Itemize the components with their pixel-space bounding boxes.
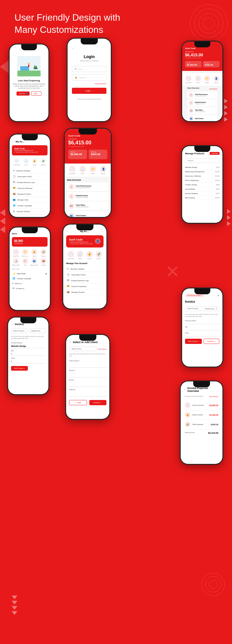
menu-products[interactable]: 📦 Manage Products <box>12 191 48 197</box>
act-invoice-8[interactable]: 🧾 Invoice <box>77 251 83 259</box>
select-website-9[interactable]: Website De... <box>29 329 46 333</box>
login-button-p1[interactable]: Login → <box>31 92 42 96</box>
menu-remove-data[interactable]: 🗑 Remove All Data <box>12 209 48 214</box>
price-field-11[interactable] <box>185 334 220 336</box>
client-header-10: ← Select or Add Client <box>69 341 106 344</box>
sub-arr-8: › <box>102 274 103 276</box>
password-field[interactable]: 🔒 Password <box>72 74 106 80</box>
action-account-3[interactable]: 👤 Account <box>213 76 219 83</box>
menu-clients[interactable]: 👥 Manage Client <box>12 197 48 203</box>
price-label-11: Price <box>185 332 220 334</box>
client-name-input[interactable] <box>69 364 106 368</box>
account-back[interactable]: ← <box>66 230 68 233</box>
add-product-btn-11[interactable]: Add Product + <box>185 339 202 344</box>
qty-field-11[interactable] <box>185 328 220 330</box>
email-field[interactable]: ✉ Email <box>72 66 106 72</box>
income-icon-7: 💰 <box>31 249 37 255</box>
add-product-btn-9[interactable]: Add Product + <box>11 366 28 371</box>
price-field-9[interactable]: 1 <box>11 360 46 363</box>
action-create-offer-3[interactable]: 📄 Create Offer <box>185 76 192 83</box>
invoice-title-11: Invoice <box>185 300 220 303</box>
account-dots[interactable]: ⋯ <box>101 230 104 233</box>
night-toggle[interactable]: ▶ <box>46 273 47 275</box>
action-income-4[interactable]: 💰 Income <box>32 158 37 166</box>
grid-item-balance-7[interactable]: 📊 Balance Sheet <box>12 258 20 266</box>
email-input-10[interactable] <box>69 383 106 387</box>
svg-rect-1 <box>17 71 41 76</box>
continue-button-10[interactable]: Continue → <box>89 400 107 405</box>
address-input[interactable] <box>69 393 106 397</box>
login-submit-button[interactable]: Login → <box>72 88 106 94</box>
action-expense-4[interactable]: 💸 Expense <box>41 158 46 166</box>
products-lbl-7: Products <box>41 264 46 266</box>
menu-night-mode[interactable]: 🌙 Night Mode ▶ <box>12 271 48 276</box>
arrow-4 <box>224 117 228 122</box>
qty-field-9[interactable]: 1 <box>11 352 46 356</box>
continue-btn-11[interactable]: Continue → <box>204 339 219 344</box>
account-menu-products[interactable]: 📦 Manage Products › <box>66 289 104 295</box>
grid-item-archive-7[interactable]: 📁 Archive List <box>21 249 29 257</box>
forgot-password-link[interactable]: Forgot Password? <box>72 83 106 85</box>
grid-item-task-7[interactable]: ✓ Task <box>21 258 29 266</box>
account-menu-sub[interactable]: 📋 Subscription Plans › <box>66 272 104 278</box>
act-archive-5[interactable]: 📁 Archive <box>90 166 96 174</box>
menu-payment[interactable]: 💳 Payment Gateways <box>12 185 48 191</box>
prod-name-field-9[interactable]: Website Design <box>11 344 46 348</box>
clients-info-5: Total Clients <box>76 215 105 216</box>
act-account-5[interactable]: 👤 Account <box>100 166 106 174</box>
menu-language[interactable]: 🌐 Change Language <box>12 203 48 209</box>
act-offer-8[interactable]: 📄 Create Offer <box>68 251 74 259</box>
action-archive-3[interactable]: 📁 Archive <box>204 76 210 83</box>
new-user-button[interactable]: New User 🔵 <box>17 92 30 96</box>
select-website-11[interactable]: Website De... ▾ <box>203 306 220 311</box>
manage-section-4: ⚙ Business Settings 📋 Subscription Plans… <box>12 168 48 217</box>
screen-select-client: ← Select or Add Client Select Client Pau… <box>66 335 109 419</box>
account-menu-payment[interactable]: 💳 Payment Gateways › <box>66 284 104 289</box>
grid-item-expense-7[interactable]: 💸 Expense <box>39 249 48 257</box>
menu-contact[interactable]: ✉ Contact us <box>12 286 48 291</box>
products-search[interactable] <box>185 158 220 163</box>
products-text: Manage Products <box>17 193 31 195</box>
screen-my-account: ← My Ac... ⋯ Sush Code sushbusiness999@g… <box>63 225 106 308</box>
menu-change-lang[interactable]: 🌐 Change Language <box>12 276 48 281</box>
lang-text: Change Language <box>17 278 31 279</box>
menu-logo[interactable]: 🖼 Change Business Logo <box>12 180 48 185</box>
grid-item-income-7[interactable]: 💰 Income <box>30 249 39 257</box>
select-product-9[interactable]: Select Product <box>11 329 28 333</box>
sidebar-back[interactable]: ← <box>12 140 14 143</box>
menu-about[interactable]: ℹ About us <box>12 281 48 286</box>
menu-subscription[interactable]: 📋 Subscription Plans <box>12 174 48 180</box>
phone-input[interactable] <box>69 374 106 377</box>
expense-circle-8: 💸 <box>96 251 102 257</box>
prod-name-field-11[interactable] <box>185 322 220 324</box>
select-product-11[interactable]: Select Product <box>185 306 202 311</box>
right-tri-2-1 <box>227 209 231 214</box>
account-menu-logo[interactable]: 🖼 Change Business Logo › <box>66 278 104 284</box>
grid-item-products-7[interactable]: 📦 Products <box>39 258 48 266</box>
act-offer-5[interactable]: 📄 Create Offer <box>69 166 75 174</box>
action-invoice-3[interactable]: 🧾 Invoice <box>195 76 201 83</box>
view-previous-link[interactable]: View Previous <box>209 396 218 397</box>
invoice-back-9[interactable]: ← <box>11 323 13 326</box>
client-back-10[interactable]: ← <box>69 341 71 344</box>
close-icon-11[interactable]: ✕ <box>217 294 220 297</box>
action-create-4[interactable]: 📄 Create Offer <box>14 158 20 166</box>
add-product-badge[interactable]: + Add New <box>210 152 220 155</box>
overview-back[interactable]: ← <box>184 388 186 391</box>
act-expense-8[interactable]: 💸 Expense <box>96 251 102 259</box>
back-button-10[interactable]: ← Back <box>69 400 87 405</box>
login-back[interactable]: ← <box>72 47 106 50</box>
grid-item-offer-7[interactable]: 📄 Create Offer <box>12 249 20 257</box>
act-income-8[interactable]: 💰 Income <box>86 251 93 259</box>
grid-item-manage-client-7[interactable]: 👥 Manage Client <box>30 258 39 266</box>
select-client-10[interactable]: Select Client <box>69 347 97 351</box>
bottom-arrow-2 <box>12 601 17 604</box>
menu-business-settings[interactable]: ⚙ Business Settings <box>12 168 48 174</box>
act-invoice-5[interactable]: 🧾 Invoice <box>79 166 86 174</box>
account-menu-settings[interactable]: ⚙ Business Settings › <box>66 266 104 272</box>
client-val-10[interactable]: Paul Dee ▾ <box>98 348 106 350</box>
action-invoice-4[interactable]: 🧾 Invoice <box>23 158 29 166</box>
view-report-link[interactable]: View Report <box>209 88 217 90</box>
menu-logout[interactable]: ↩ Logout <box>12 214 48 217</box>
overview-header: ← Income Expense Overview <box>184 387 220 392</box>
